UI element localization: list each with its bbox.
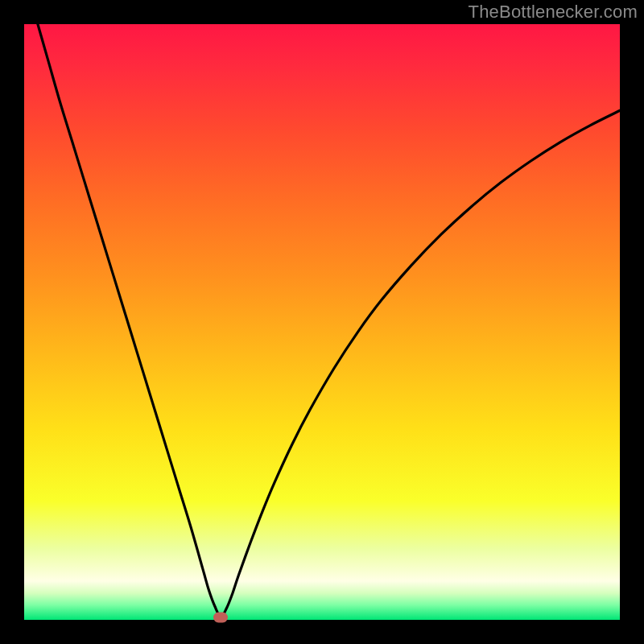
minimum-point-marker bbox=[213, 613, 228, 623]
chart-curve bbox=[24, 24, 620, 620]
chart-frame bbox=[24, 24, 620, 620]
watermark-text: TheBottlenecker.com bbox=[469, 2, 638, 23]
